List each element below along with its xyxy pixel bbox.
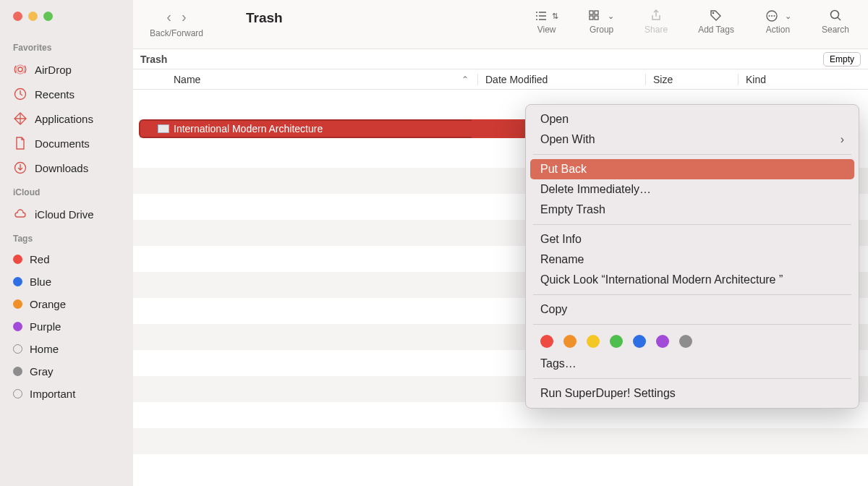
tag-dot-icon	[13, 367, 22, 376]
sidebar-tag-important[interactable]: Important	[0, 383, 133, 405]
sidebar-tag-purple[interactable]: Purple	[0, 315, 133, 338]
chevron-down-icon: ⌄	[608, 12, 614, 21]
sidebar-item-label: Blue	[30, 276, 51, 288]
column-header-size[interactable]: Size	[645, 74, 738, 85]
tag-swatch-green[interactable]	[610, 335, 623, 348]
ctx-tags[interactable]: Tags…	[526, 354, 859, 374]
sidebar-tag-red[interactable]: Red	[0, 248, 133, 270]
sidebar-item-label: iCloud Drive	[35, 208, 94, 221]
toolbar-label: Back/Forward	[150, 28, 203, 38]
sort-chevron-icon: ⌃	[461, 74, 469, 85]
cloud-icon	[13, 207, 27, 221]
minimize-button[interactable]	[28, 12, 38, 21]
separator	[533, 324, 851, 325]
tag-swatch-orange[interactable]	[563, 335, 576, 348]
add-tags-button[interactable]: Add Tags	[698, 9, 734, 35]
path-bar: Trash Empty	[133, 49, 868, 69]
toolbar-label: Share	[644, 25, 668, 35]
ctx-delete-immediately[interactable]: Delete Immediately…	[526, 179, 859, 200]
separator	[533, 294, 851, 295]
tag-swatch-red[interactable]	[540, 335, 553, 348]
svg-rect-4	[590, 11, 593, 14]
sidebar-item-label: Red	[30, 253, 50, 265]
ctx-rename[interactable]: Rename	[526, 250, 859, 270]
sidebar-tag-orange[interactable]: Orange	[0, 293, 133, 315]
sidebar-item-label: Recents	[35, 88, 75, 101]
empty-trash-button[interactable]: Empty	[823, 52, 861, 67]
forward-button[interactable]: ›	[182, 9, 187, 25]
clock-icon	[13, 87, 27, 101]
chevron-down-icon: ⌄	[785, 12, 791, 21]
sidebar-tag-blue[interactable]: Blue	[0, 270, 133, 293]
sidebar-item-label: Downloads	[35, 162, 88, 174]
ellipsis-icon	[765, 10, 779, 22]
search-button[interactable]: Search	[822, 9, 849, 35]
view-menu[interactable]: ⇅ View	[535, 9, 558, 35]
tag-dot-icon	[13, 344, 22, 354]
svg-point-11	[771, 15, 773, 17]
action-menu[interactable]: ⌄ Action	[765, 9, 791, 35]
toolbar-label: View	[537, 25, 556, 35]
tag-dot-icon	[13, 299, 22, 309]
sidebar-item-label: Important	[30, 388, 75, 400]
tag-swatch-purple[interactable]	[656, 335, 669, 348]
sidebar-item-label: Applications	[35, 113, 93, 125]
download-icon	[13, 161, 27, 175]
back-button[interactable]: ‹	[166, 9, 171, 25]
tag-icon	[709, 9, 723, 22]
window-controls	[0, 9, 133, 35]
ctx-quick-look[interactable]: Quick Look “International Modern Archite…	[526, 270, 859, 290]
tag-swatch-blue[interactable]	[633, 335, 646, 348]
sidebar-tag-gray[interactable]: Gray	[0, 360, 133, 383]
svg-point-13	[830, 11, 838, 19]
ctx-get-info[interactable]: Get Info	[526, 229, 859, 250]
sidebar-item-label: Orange	[30, 298, 66, 310]
svg-rect-5	[595, 11, 598, 14]
ctx-empty-trash[interactable]: Empty Trash	[526, 200, 859, 220]
tag-swatch-yellow[interactable]	[587, 335, 600, 348]
tag-dot-icon	[13, 255, 22, 264]
search-icon	[829, 9, 842, 22]
ctx-open-with[interactable]: Open With›	[526, 129, 859, 150]
ctx-tag-colors	[526, 329, 859, 354]
svg-point-12	[773, 15, 775, 17]
sidebar-item-label: Purple	[30, 320, 61, 333]
updown-icon: ⇅	[552, 12, 558, 21]
sidebar-tag-home[interactable]: Home	[0, 338, 133, 360]
toolbar-label: Action	[766, 25, 790, 35]
column-header-name[interactable]: Name⌃	[133, 74, 477, 85]
tag-dot-icon	[13, 277, 22, 286]
share-button: Share	[644, 9, 668, 35]
svg-point-8	[712, 12, 715, 14]
separator	[533, 154, 851, 155]
toolbar-label: Group	[590, 25, 613, 35]
airdrop-icon	[13, 62, 27, 77]
sidebar-section-favorites: Favorites	[0, 35, 133, 57]
ctx-put-back[interactable]: Put Back	[530, 159, 854, 179]
close-button[interactable]	[13, 12, 22, 21]
svg-rect-7	[595, 16, 598, 20]
sidebar: Favorites AirDrop Recents Applications D…	[0, 0, 133, 486]
tag-swatch-gray[interactable]	[679, 335, 692, 348]
zoom-button[interactable]	[43, 12, 53, 21]
tag-dot-icon	[13, 322, 22, 331]
svg-point-1	[16, 65, 25, 74]
sidebar-item-recents[interactable]: Recents	[0, 82, 133, 106]
column-header-kind[interactable]: Kind	[738, 74, 868, 85]
sidebar-item-label: Gray	[30, 365, 54, 378]
sidebar-item-icloud-drive[interactable]: iCloud Drive	[0, 202, 133, 226]
path-label: Trash	[140, 54, 167, 65]
sidebar-item-downloads[interactable]: Downloads	[0, 155, 133, 180]
sidebar-item-airdrop[interactable]: AirDrop	[0, 57, 133, 82]
sidebar-item-label: AirDrop	[35, 64, 72, 76]
ctx-run-superduper[interactable]: Run SuperDuper! Settings	[526, 383, 859, 404]
separator	[533, 378, 851, 379]
group-menu[interactable]: ⌄ Group	[589, 9, 614, 35]
file-name: International Modern Architecture	[174, 123, 323, 135]
ctx-open[interactable]: Open	[526, 109, 859, 129]
sidebar-item-applications[interactable]: Applications	[0, 106, 133, 131]
sidebar-item-documents[interactable]: Documents	[0, 131, 133, 155]
ctx-copy[interactable]: Copy	[526, 299, 859, 320]
grid-icon	[589, 10, 602, 22]
column-header-date[interactable]: Date Modified	[477, 74, 645, 85]
